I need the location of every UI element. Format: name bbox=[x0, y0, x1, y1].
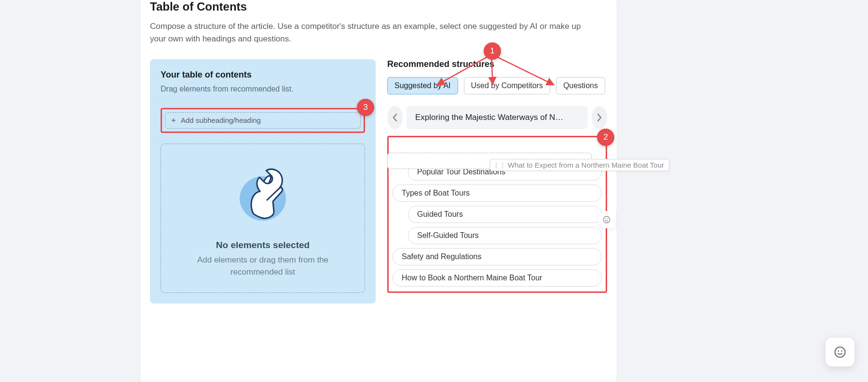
chevron-right-icon bbox=[597, 113, 602, 122]
structure-item[interactable]: Types of Boat Tours bbox=[393, 184, 602, 202]
drag-ghost: ⋮⋮ What to Expect from a Northern Maine … bbox=[490, 159, 669, 171]
dropzone-title: No elements selected bbox=[216, 240, 310, 250]
tab-used-by-competitors[interactable]: Used by Competitors bbox=[464, 77, 550, 94]
structure-item[interactable]: Self-Guided Tours bbox=[408, 227, 602, 244]
feedback-side-button[interactable] bbox=[598, 211, 615, 228]
add-heading-label: Add subheading/heading bbox=[181, 116, 261, 124]
your-toc-panel: Your table of contents Drag elements fro… bbox=[150, 59, 376, 303]
svg-point-7 bbox=[835, 347, 845, 357]
carousel-prev-button[interactable] bbox=[387, 106, 403, 129]
page-description: Compose a structure of the article. Use … bbox=[150, 20, 589, 46]
svg-point-5 bbox=[605, 219, 606, 220]
chevron-left-icon bbox=[392, 113, 398, 122]
recommended-panel: Recommended structures Suggested by AI U… bbox=[387, 59, 607, 303]
your-toc-hint: Drag elements from recommended list. bbox=[161, 85, 365, 93]
svg-point-4 bbox=[603, 216, 610, 223]
structure-tabs: Suggested by AI Used by Competitors Ques… bbox=[387, 77, 607, 94]
annotation-badge-3: 3 bbox=[357, 99, 374, 116]
page-title: Table of Contents bbox=[150, 0, 607, 13]
recommended-title: Recommended structures bbox=[387, 59, 607, 69]
structure-carousel: Exploring the Majestic Waterways of N… bbox=[387, 106, 607, 129]
dropzone-subtitle: Add elements or drag them from the recom… bbox=[183, 254, 342, 278]
structure-item[interactable]: Guided Tours bbox=[408, 206, 602, 223]
annotation-badge-1: 1 bbox=[484, 42, 501, 60]
carousel-next-button[interactable] bbox=[592, 106, 607, 129]
structure-item[interactable]: How to Book a Northern Maine Boat Tour bbox=[393, 269, 602, 287]
annotation-badge-2: 2 bbox=[597, 129, 614, 146]
svg-point-6 bbox=[607, 219, 608, 220]
smile-icon bbox=[833, 345, 847, 359]
plus-icon: + bbox=[171, 116, 176, 124]
add-heading-button[interactable]: + Add subheading/heading bbox=[165, 112, 361, 129]
svg-point-9 bbox=[841, 350, 842, 352]
tab-questions[interactable]: Questions bbox=[556, 77, 605, 94]
feedback-fab[interactable] bbox=[826, 338, 854, 367]
drag-ghost-label: What to Expect from a Northern Maine Boa… bbox=[508, 161, 664, 169]
wrench-hand-icon bbox=[227, 158, 299, 230]
smile-icon bbox=[602, 215, 611, 224]
grip-icon: ⋮⋮ bbox=[493, 162, 506, 169]
toc-dropzone[interactable]: No elements selected Add elements or dra… bbox=[161, 144, 365, 293]
tab-suggested-by-ai[interactable]: Suggested by AI bbox=[387, 77, 458, 94]
annotation-box-3: 3 + Add subheading/heading bbox=[161, 108, 365, 133]
carousel-title: Exploring the Majestic Waterways of N… bbox=[407, 106, 588, 129]
structure-item[interactable]: Safety and Regulations bbox=[393, 248, 602, 265]
svg-point-8 bbox=[838, 350, 839, 352]
your-toc-title: Your table of contents bbox=[161, 70, 365, 80]
